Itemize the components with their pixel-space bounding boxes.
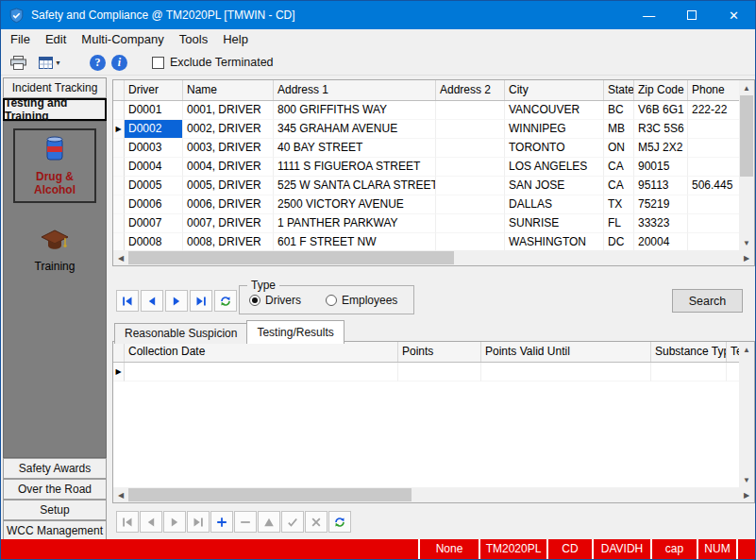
insert-record-button[interactable]	[210, 511, 233, 533]
grid-cell[interactable]: WASHINGTON	[505, 233, 604, 252]
grid-options-button[interactable]: ▼	[33, 51, 67, 74]
grid-cell[interactable]: 20004	[634, 233, 688, 252]
grid-cell[interactable]: M5J 2X2	[634, 139, 688, 158]
table-row[interactable]: D00060006, DRIVER2500 VICTORY AVENUEDALL…	[113, 195, 739, 214]
scrollbar-thumb[interactable]	[128, 488, 412, 501]
about-button[interactable]: i	[111, 55, 127, 71]
grid-cell[interactable]: D0001	[125, 101, 183, 120]
grid-cell[interactable]: SAN JOSE	[505, 177, 604, 195]
scroll-right-button[interactable]: ▶	[739, 487, 754, 502]
maximize-button[interactable]	[670, 1, 713, 29]
grid-cell[interactable]: 0001, DRIVER	[183, 101, 274, 120]
grid-cell[interactable]	[688, 195, 739, 214]
grid-cell[interactable]	[436, 195, 505, 214]
grid-cell[interactable]: D0002	[125, 120, 183, 139]
grid-cell[interactable]: MB	[604, 120, 634, 139]
radio-dot[interactable]	[249, 295, 260, 306]
post-edit-button[interactable]	[281, 511, 304, 533]
grid-cell[interactable]	[436, 158, 505, 177]
grid-cell[interactable]: D0003	[125, 139, 183, 158]
grid-cell[interactable]: V6B 6G1	[634, 101, 688, 120]
first-record-button[interactable]	[116, 511, 139, 533]
column-header[interactable]: City	[505, 80, 604, 101]
menu-item-tools[interactable]: Tools	[172, 29, 215, 50]
grid-cell[interactable]: 95113	[634, 177, 688, 195]
horizontal-scrollbar[interactable]: ◀ ▶	[113, 487, 754, 502]
table-row[interactable]: D00080008, DRIVER601 F STREET NWWASHINGT…	[113, 233, 739, 252]
grid-cell[interactable]: R3C 5S6	[634, 120, 688, 139]
grid-cell[interactable]	[398, 363, 481, 382]
edit-record-button[interactable]	[258, 511, 280, 533]
grid-cell[interactable]: FL	[604, 214, 634, 233]
grid-cell[interactable]: 40 BAY STREET	[274, 139, 436, 158]
grid-cell[interactable]: ON	[604, 139, 634, 158]
table-row[interactable]: ▶	[113, 363, 739, 382]
grid-cell[interactable]: 800 GRIFFITHS WAY	[274, 101, 436, 120]
column-header[interactable]: Zip Code	[634, 80, 688, 101]
first-record-button[interactable]	[116, 290, 139, 312]
column-header[interactable]: Points	[398, 342, 481, 363]
grid-cell[interactable]: CA	[604, 158, 634, 177]
grid-cell[interactable]	[436, 101, 505, 120]
grid-cell[interactable]: SUNRISE	[505, 214, 604, 233]
last-record-button[interactable]	[190, 290, 212, 312]
grid-cell[interactable]: TX	[604, 195, 634, 214]
grid-cell[interactable]: BC	[604, 101, 634, 120]
grid-cell[interactable]: 90015	[634, 158, 688, 177]
scrollbar-track[interactable]	[412, 487, 739, 502]
scroll-left-button[interactable]: ◀	[113, 487, 128, 502]
sidebar-item-incident-tracking[interactable]: Incident Tracking	[3, 77, 107, 98]
grid-cell[interactable]	[727, 363, 739, 382]
prior-record-button[interactable]	[141, 290, 163, 312]
sidebar-item-safety-awards[interactable]: Safety Awards	[3, 458, 107, 479]
grid-cell[interactable]: TORONTO	[505, 139, 604, 158]
table-row[interactable]: D00050005, DRIVER525 W SANTA CLARA STREE…	[113, 177, 739, 195]
grid-cell[interactable]: D0004	[125, 158, 183, 177]
grid-cell[interactable]	[481, 363, 651, 382]
column-header[interactable]: Te	[727, 342, 739, 363]
grid-cell[interactable]: D0007	[125, 214, 183, 233]
grid-cell[interactable]	[688, 214, 739, 233]
grid-cell[interactable]: 0002, DRIVER	[183, 120, 274, 139]
grid-cell[interactable]	[125, 363, 398, 382]
table-row[interactable]: D00010001, DRIVER800 GRIFFITHS WAYVANCOU…	[113, 101, 739, 120]
radio-dot[interactable]	[326, 295, 337, 306]
close-button[interactable]: ✕	[713, 1, 755, 29]
sidebar-item-setup[interactable]: Setup	[3, 500, 107, 520]
scroll-up-button[interactable]: ▲	[739, 342, 754, 357]
column-header[interactable]: Points Valid Until	[481, 342, 651, 363]
grid-cell[interactable]: D0006	[125, 195, 183, 214]
grid-cell[interactable]: 601 F STREET NW	[274, 233, 436, 252]
refresh-button[interactable]	[328, 511, 351, 533]
menu-item-file[interactable]: File	[3, 29, 38, 50]
column-header[interactable]: Collection Date	[125, 342, 398, 363]
grid-cell[interactable]	[651, 363, 727, 382]
scroll-right-button[interactable]: ▶	[739, 250, 754, 265]
delete-record-button[interactable]	[234, 511, 257, 533]
prior-record-button[interactable]	[140, 511, 162, 533]
column-header[interactable]: Address 2	[436, 80, 505, 101]
grid-cell[interactable]	[688, 158, 739, 177]
grid-cell[interactable]: 0004, DRIVER	[183, 158, 274, 177]
grid-cell[interactable]: 75219	[634, 195, 688, 214]
grid-cell[interactable]: CA	[604, 177, 634, 195]
tab-testing-results[interactable]: Testing/Results	[246, 320, 344, 344]
scroll-up-button[interactable]: ▲	[739, 80, 754, 95]
next-record-button[interactable]	[163, 511, 186, 533]
grid-cell[interactable]: LOS ANGELES	[505, 158, 604, 177]
minimize-button[interactable]: —	[628, 1, 670, 29]
grid-cell[interactable]	[688, 139, 739, 158]
grid-cell[interactable]: 1 PANTHER PARKWAY	[274, 214, 436, 233]
scroll-down-button[interactable]: ▼	[739, 235, 754, 250]
grid-cell[interactable]	[436, 233, 505, 252]
column-header[interactable]: Phone	[688, 80, 739, 101]
column-header[interactable]: Driver	[125, 80, 183, 101]
column-header[interactable]: State	[604, 80, 634, 101]
grid-cell[interactable]	[436, 139, 505, 158]
help-button[interactable]: ?	[90, 55, 106, 71]
menu-item-help[interactable]: Help	[215, 29, 256, 50]
grid-cell[interactable]: 2500 VICTORY AVENUE	[274, 195, 436, 214]
grid-cell[interactable]	[436, 120, 505, 139]
scrollbar-track[interactable]	[454, 250, 739, 265]
sidebar-item-wcc-management[interactable]: WCC Management	[3, 520, 107, 540]
